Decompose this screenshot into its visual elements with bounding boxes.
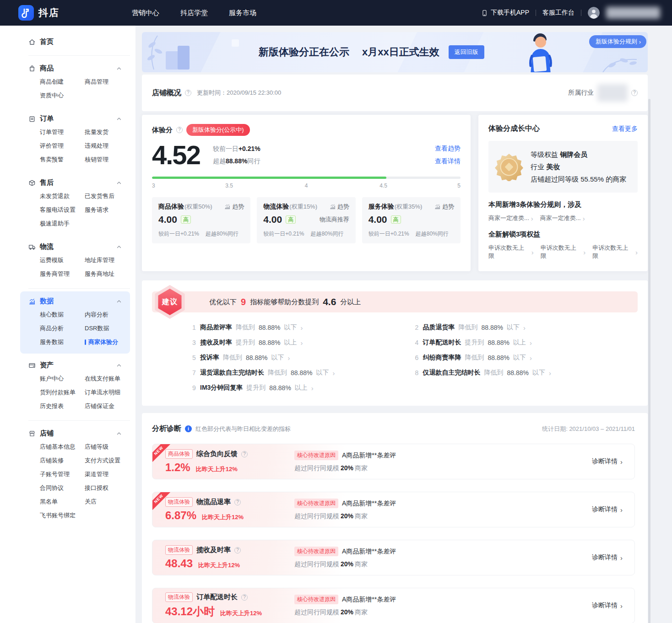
sidebar-item[interactable]: 店铺等级 — [85, 440, 122, 454]
sidebar-group-header-orders[interactable]: 订单 — [28, 114, 122, 123]
suggestion-item[interactable]: 4订单配送时长提升到88.88%以上› — [415, 338, 638, 348]
sidebar-item[interactable]: 渠道管理 — [85, 467, 122, 481]
suggestion-item[interactable]: 6纠纷商责率降降低到88.88%以下› — [415, 353, 638, 363]
sidebar-item[interactable]: 售卖预警 — [40, 153, 85, 166]
sidebar-item[interactable]: 商品分析 — [40, 322, 85, 335]
sidebar-item[interactable]: 已发货售后 — [85, 189, 122, 203]
sidebar-item[interactable]: 评价管理 — [40, 139, 85, 153]
sidebar-item[interactable]: 合同协议 — [40, 481, 85, 495]
trend-link[interactable]: 趋势 — [224, 203, 244, 211]
sidebar-item[interactable]: 订单管理 — [40, 125, 85, 139]
sidebar-group-title: 售后 — [40, 178, 54, 187]
sidebar-item[interactable]: 服务请求 — [85, 203, 122, 217]
sidebar-item[interactable]: DSR数据 — [85, 322, 122, 335]
benefit-link[interactable]: 申诉次数无上限› — [592, 244, 638, 260]
help-icon[interactable]: ? — [631, 90, 638, 96]
view-trend-link[interactable]: 查看趋势 — [435, 145, 461, 153]
sidebar-item[interactable]: 内容分析 — [85, 308, 122, 322]
suggestion-item[interactable]: 2品质退货率降低到88.88%以下› — [415, 322, 638, 333]
sidebar-item[interactable]: 店铺保证金 — [85, 399, 122, 413]
sidebar-item[interactable]: 违规处理 — [85, 139, 122, 153]
sidebar-item[interactable]: 核心数据 — [40, 308, 85, 322]
suggestion-item[interactable]: 5投诉率降低到88.88%以下› — [192, 353, 415, 363]
sidebar-item[interactable]: 运费模版 — [40, 253, 85, 267]
view-detail-link[interactable]: 查看详情 — [435, 157, 461, 166]
sidebar-item[interactable]: 子账号管理 — [40, 467, 85, 481]
chevron-up-icon[interactable] — [116, 116, 122, 122]
sidebar-item[interactable]: 客服电话设置 — [40, 203, 85, 217]
sidebar-item[interactable]: 飞书账号绑定 — [40, 509, 85, 522]
sidebar-item[interactable]: 店铺基本信息 — [40, 440, 85, 454]
sidebar-group-header-aftersale[interactable]: 售后 — [28, 178, 122, 187]
chevron-up-icon[interactable] — [116, 363, 122, 368]
help-icon[interactable]: ? — [241, 451, 248, 457]
avatar[interactable] — [588, 7, 600, 19]
sidebar-group-header-assets[interactable]: 资产 — [28, 361, 122, 370]
diagnosis-detail-link[interactable]: 诊断详情› — [592, 457, 634, 466]
sidebar-item[interactable]: 服务商管理 — [40, 267, 85, 281]
sidebar-item[interactable]: 货到付款账单 — [40, 386, 85, 399]
diagnosis-detail-link[interactable]: 诊断详情› — [592, 553, 634, 562]
sidebar-item[interactable]: 地址库管理 — [85, 253, 122, 267]
rule-link[interactable]: 商家一定准类...› — [488, 214, 533, 222]
help-icon[interactable]: ? — [234, 499, 241, 505]
chevron-up-icon[interactable] — [116, 244, 122, 250]
sidebar-item[interactable]: 黑名单 — [40, 495, 85, 509]
redacted-username[interactable] — [606, 7, 660, 19]
trend-link[interactable]: 趋势 — [434, 203, 454, 211]
sidebar-item[interactable]: 店铺装修 — [40, 454, 85, 467]
download-app-button[interactable]: 下载手机APP — [481, 9, 529, 17]
suggestion-item[interactable]: 7退货退款自主完结时长降低到88.88%以下› — [192, 368, 415, 378]
rule-link[interactable]: 商家一定准类...› — [540, 214, 585, 222]
new-score-rules-pill[interactable]: 新版体验分规则 › — [589, 35, 646, 48]
benefit-link[interactable]: 申诉次数无上限› — [541, 244, 586, 260]
sidebar-item[interactable]: 极速退助手 — [40, 217, 85, 231]
scrollbar[interactable] — [648, 99, 650, 623]
help-icon[interactable]: ? — [241, 594, 248, 601]
sidebar-item[interactable]: 批量发货 — [85, 125, 122, 139]
navbar-menu-item[interactable]: 服务市场 — [229, 9, 256, 17]
sidebar-item[interactable]: 在线支付账单 — [85, 372, 122, 386]
sidebar-item[interactable]: 未发货退款 — [40, 189, 85, 203]
sidebar-item[interactable]: 商家体验分 — [85, 335, 122, 349]
chevron-up-icon[interactable] — [116, 299, 122, 304]
trend-link[interactable]: 趋势 — [330, 203, 349, 211]
suggestion-item[interactable]: 8仅退款自主完结时长降低到88.88%以下› — [415, 368, 638, 378]
back-to-old-version-button[interactable]: 返回旧版 — [449, 45, 484, 59]
sidebar-item[interactable]: 商品创建 — [40, 75, 85, 89]
sidebar-group-header-data[interactable]: 数据 — [28, 297, 122, 306]
sidebar-item[interactable]: 账户中心 — [40, 372, 85, 386]
diagnosis-detail-link[interactable]: 诊断详情› — [592, 505, 634, 514]
chevron-up-icon[interactable] — [116, 431, 122, 436]
sidebar-item[interactable]: 商品管理 — [85, 75, 122, 89]
diagnosis-detail-link[interactable]: 诊断详情› — [592, 602, 634, 610]
sidebar-item[interactable]: 服务商地址 — [85, 267, 122, 281]
sidebar-group-header-goods[interactable]: 商品 — [28, 64, 122, 73]
chevron-up-icon[interactable] — [116, 66, 122, 71]
service-workbench-link[interactable]: 客服工作台 — [542, 9, 574, 17]
sidebar-item[interactable]: 历史报表 — [40, 399, 85, 413]
help-icon[interactable]: ? — [185, 90, 191, 96]
chevron-up-icon[interactable] — [116, 180, 122, 186]
suggestion-item[interactable]: 1商品差评率降低到88.88%以下› — [192, 322, 415, 333]
logistics-recommend-link[interactable]: 物流商推荐 — [320, 215, 349, 224]
sidebar-item[interactable]: 接口授权 — [85, 481, 122, 495]
sidebar-group-header-shop[interactable]: 店铺 — [28, 429, 122, 438]
sidebar-group-header-logistics[interactable]: 物流 — [28, 242, 122, 251]
sidebar-item[interactable]: 资质中心 — [40, 89, 85, 102]
view-more-link[interactable]: 查看更多 — [612, 125, 638, 133]
suggestion-item[interactable]: 9IM3分钟回复率提升到88.88%以上› — [192, 383, 415, 393]
brand[interactable]: 抖店 — [18, 5, 60, 21]
sidebar-item[interactable]: 订单流水明细 — [85, 386, 122, 399]
sidebar-item[interactable]: 服务数据 — [40, 335, 85, 349]
suggestion-item[interactable]: 3揽收及时率提升到88.88%以上› — [192, 338, 415, 348]
benefit-link[interactable]: 申诉次数无上限› — [488, 244, 534, 260]
navbar-menu-item[interactable]: 营销中心 — [132, 9, 159, 17]
sidebar-item[interactable]: 支付方式设置 — [85, 454, 122, 467]
help-icon[interactable]: ? — [234, 547, 241, 553]
sidebar-item[interactable]: 核销管理 — [85, 153, 122, 166]
navbar-menu-item[interactable]: 抖店学堂 — [180, 9, 208, 17]
sidebar-item[interactable]: 关店 — [85, 495, 122, 509]
help-icon[interactable]: ? — [176, 127, 183, 133]
sidebar-item-home[interactable]: 首页 — [20, 30, 130, 53]
